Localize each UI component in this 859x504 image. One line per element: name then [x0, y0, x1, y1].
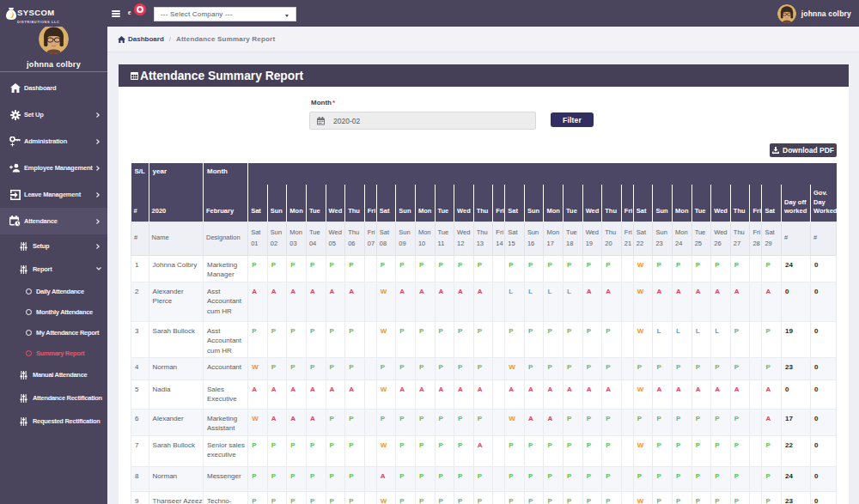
- cell-day-25-status: P: [691, 255, 711, 282]
- select-caret-icon: [285, 15, 289, 17]
- cell-day-23-status: P: [653, 466, 673, 491]
- sidebar-item-set-up[interactable]: Set Up: [0, 101, 107, 128]
- sidebar-item-label: Attendance: [24, 217, 58, 225]
- sidebar-item-monthly-attendance[interactable]: Monthly Attendance: [0, 301, 107, 322]
- sidebar-toggle-hamburger-icon[interactable]: [112, 10, 120, 17]
- col-day-10: Mon10: [415, 222, 435, 255]
- sidebar-item-employee-management[interactable]: Employee Management: [0, 155, 107, 181]
- sidebar-item-leave-management[interactable]: Leave Management: [0, 181, 107, 208]
- cell-day-14-status: [493, 380, 505, 409]
- sidebar-item-requested-rectification[interactable]: Requested Rectification: [0, 410, 107, 433]
- cell-day-14-status: [493, 466, 505, 491]
- breadcrumb-dashboard-link[interactable]: Dashboard: [118, 35, 164, 43]
- sidebar-item-label: Set Up: [24, 111, 44, 118]
- sidebar-item-label: Monthly Attendance: [36, 308, 93, 316]
- sidebar-item-attendance-rectification[interactable]: Attendance Rectification: [0, 386, 107, 410]
- cell-day-23-status: P: [653, 435, 673, 466]
- cell-day-29-status: P: [762, 321, 782, 357]
- top-navbar: SYSCOM DISTRIBUTIONS LLC e --- Select Co…: [0, 0, 859, 27]
- col-day-26-dow: Wed: [711, 185, 731, 222]
- cell-day-27-status: P: [730, 321, 750, 357]
- chevron-right-icon: [96, 192, 101, 197]
- app-target-logo-icon[interactable]: [134, 3, 146, 15]
- cell-day-22-status: P: [633, 409, 653, 435]
- cell-day-09-status: P: [396, 466, 416, 491]
- cell-day-28-status: [750, 466, 762, 491]
- cell-day-08-status: A: [376, 466, 396, 491]
- month-input[interactable]: 2020-02: [309, 112, 536, 130]
- cell-day-12-status: A: [454, 282, 474, 321]
- sidebar-item-label: Requested Rectification: [33, 417, 101, 425]
- month-input-value: 2020-02: [333, 117, 360, 125]
- sidebar-item-manual-attendance[interactable]: Manual Attendance: [0, 363, 107, 386]
- brand-bag-icon: [5, 7, 17, 24]
- cell-day-05-status: P: [326, 255, 345, 282]
- col-day-off-worked: Day offworked: [782, 185, 811, 222]
- cell-day-25-status: P: [691, 357, 711, 380]
- cell-day-10-status: P: [415, 466, 435, 491]
- col-day-19: Wed19: [582, 222, 602, 255]
- table-header-row-1: S/LyearMonth: [131, 163, 837, 185]
- cell-day-off-worked: 24: [782, 466, 811, 491]
- cell-day-12-status: P: [454, 255, 474, 282]
- company-select[interactable]: --- Select Company ---: [154, 7, 296, 21]
- cell-day-11-status: P: [435, 357, 454, 380]
- cell-day-17-status: P: [544, 491, 564, 504]
- cell-day-01-status: P: [248, 321, 268, 357]
- cell-day-26-status: L: [711, 321, 731, 357]
- cell-day-03-status: P: [287, 491, 307, 504]
- download-pdf-button[interactable]: Download PDF: [770, 143, 837, 157]
- cell-day-17-status: P: [544, 321, 564, 357]
- navbar-user[interactable]: johnna colbry: [777, 0, 851, 27]
- sidebar-item-label: Daily Attendance: [36, 288, 84, 295]
- cell-day-21-status: [621, 357, 633, 380]
- col-day-28: Fri28: [750, 222, 762, 255]
- cell-day-01-status: P: [248, 255, 268, 282]
- cell-name: Norman: [149, 357, 203, 380]
- cell-day-07-status: [364, 491, 376, 504]
- cell-day-12-status: P: [454, 357, 474, 380]
- sidebar-item-summary-report[interactable]: Summary Report: [0, 343, 107, 363]
- cell-name: Sarah Bullock: [149, 435, 203, 466]
- sidebar-item-dashboard[interactable]: Dashboard: [0, 75, 107, 101]
- cell-day-05-status: P: [326, 491, 345, 504]
- sidebar-item-administration[interactable]: Administration: [0, 128, 107, 155]
- cell-day-26-status: A: [711, 380, 731, 409]
- calendar-icon: [317, 117, 325, 125]
- cell-day-17-status: P: [544, 435, 564, 466]
- col-day-21: Fri21: [621, 222, 633, 255]
- sidebar-avatar: [39, 24, 69, 54]
- cell-day-off-worked: 23: [782, 357, 811, 380]
- cell-day-10-status: A: [415, 380, 435, 409]
- sidebar-item-report[interactable]: Report: [0, 258, 107, 281]
- sidebar-item-setup[interactable]: Setup: [0, 234, 107, 258]
- col-month: Month: [203, 163, 247, 185]
- cell-day-27-status: P: [730, 435, 750, 466]
- cell-day-23-status: P: [653, 491, 673, 504]
- brand-logo[interactable]: SYSCOM DISTRIBUTIONS LLC: [0, 0, 107, 27]
- cell-day-27-status: A: [730, 282, 750, 321]
- cell-day-15-status: P: [505, 321, 525, 357]
- cell-day-02-status: P: [267, 491, 287, 504]
- cell-day-08-status: W: [376, 380, 396, 409]
- cell-day-26-status: P: [711, 255, 731, 282]
- cell-day-20-status: A: [602, 282, 622, 321]
- cell-day-28-status: [750, 380, 762, 409]
- col-day-21-dow: Fri: [621, 185, 633, 222]
- cell-designation: Messenger: [203, 466, 247, 491]
- col-day-16-dow: Sun: [524, 185, 544, 222]
- cell-day-09-status: P: [396, 435, 416, 466]
- filter-button[interactable]: Filter: [551, 112, 594, 127]
- cell-name: Alexander Pierce: [149, 282, 203, 321]
- cell-day-10-status: P: [415, 435, 435, 466]
- sidebar-item-daily-attendance[interactable]: Daily Attendance: [0, 281, 107, 301]
- cell-day-10-status: P: [415, 321, 435, 357]
- cell-day-24-status: A: [673, 380, 692, 409]
- cell-day-25-status: P: [691, 435, 711, 466]
- cell-day-01-status: P: [248, 435, 268, 466]
- col-day-13: Thu13: [473, 222, 493, 255]
- sidebar-item-attendance[interactable]: Attendance: [0, 208, 107, 234]
- col-day-14: Fri14: [493, 222, 505, 255]
- sidebar-item-my-attendance-report[interactable]: My Attendance Report: [0, 322, 107, 343]
- cell-day-20-status: P: [602, 409, 622, 435]
